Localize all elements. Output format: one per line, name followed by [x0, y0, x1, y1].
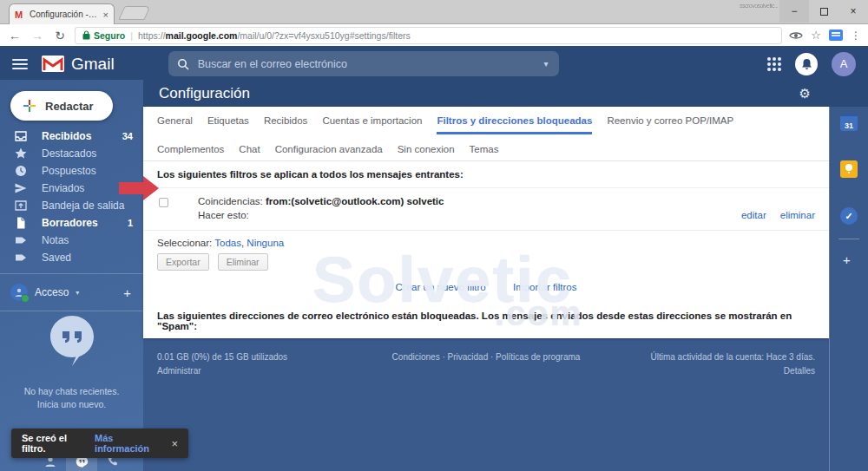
tab-complementos[interactable]: Complementos [157, 144, 224, 160]
toolbar-right: ☆ ⋮ [789, 29, 861, 42]
browser-toolbar: ← → ↻ Seguro | https://mail.google.com/m… [0, 24, 868, 48]
sidebar-item-borradores[interactable]: Borradores1 [0, 214, 143, 232]
compose-label: Redactar [45, 100, 94, 113]
chat-empty-text: No hay chats recientes. Inicia uno nuevo… [0, 385, 143, 411]
gmail-envelope-icon [42, 56, 64, 72]
delete-button[interactable]: Eliminar [218, 253, 268, 271]
sidebar: Redactar Recibidos34 Destacados Pospuest… [0, 80, 143, 471]
toast-more-info-link[interactable]: Más información [95, 433, 161, 454]
select-none-link[interactable]: Ninguna [247, 238, 284, 248]
account-chevron-icon: ▾ [76, 289, 79, 297]
sidebar-item-recibidos[interactable]: Recibidos34 [0, 128, 143, 145]
tab-filtros[interactable]: Filtros y direcciones bloqueadas [437, 115, 592, 134]
reload-icon[interactable]: ↻ [52, 29, 68, 43]
filter-checkbox[interactable] [159, 198, 168, 207]
filter-row: Coincidencias: from:(solvetic@outlook.co… [143, 188, 829, 231]
toast-close-icon[interactable]: × [171, 437, 178, 450]
search-icon [177, 58, 189, 70]
eye-icon[interactable] [789, 31, 803, 40]
tab-temas[interactable]: Temas [470, 144, 499, 160]
apps-grid-icon[interactable] [767, 57, 781, 71]
select-all-link[interactable]: Todas [214, 238, 241, 248]
close-button[interactable]: × [838, 0, 868, 23]
import-filters-link[interactable]: Importar filtros [513, 282, 577, 292]
screen: M Configuración - accesos × sscrovosolve… [0, 0, 868, 471]
toast-message: Se creó el filtro. [22, 433, 84, 454]
sidebar-item-destacados[interactable]: Destacados [0, 145, 143, 162]
hamburger-menu-icon[interactable] [12, 59, 28, 69]
addons-divider [838, 239, 859, 239]
tasks-icon[interactable]: ✓ [840, 207, 858, 225]
minimize-button[interactable]: − [779, 0, 809, 23]
sidebar-item-notas[interactable]: Notas [0, 232, 143, 249]
blocked-heading: Las siguientes direcciones de correo ele… [143, 303, 829, 338]
url-text: https://mail.google.com/mail/u/0/?zx=vf4… [138, 30, 411, 41]
filter-create-row: Crear un nuevo filtro Importar filtros [143, 278, 829, 303]
reading-list-icon[interactable] [829, 29, 843, 41]
label-icon [14, 251, 28, 265]
browser-tab[interactable]: M Configuración - accesos × [9, 3, 115, 24]
settings-gear-icon[interactable]: ⚙ [799, 86, 811, 101]
tab-etiquetas[interactable]: Etiquetas [207, 115, 249, 134]
filter-created-toast: Se creó el filtro. Más información × [11, 428, 188, 458]
tab-title: Configuración - accesos [30, 10, 99, 19]
maximize-icon [820, 8, 828, 16]
tab-reenvio[interactable]: Reenvio y correo POP/IMAP [607, 115, 733, 134]
secure-badge[interactable]: Seguro [82, 30, 125, 41]
tab-sin-conexion[interactable]: Sin conexion [398, 144, 455, 160]
padlock-icon [82, 30, 90, 40]
star-icon [14, 147, 28, 160]
new-tab-button[interactable] [118, 6, 150, 20]
sidebar-divider [0, 273, 143, 274]
browser-tabstrip: M Configuración - accesos × sscrovosolve… [0, 0, 868, 24]
account-presence-avatar [10, 284, 28, 301]
tab-close-icon[interactable]: × [103, 10, 108, 20]
search-box[interactable]: Buscar en el correo electrónico ▾ [168, 51, 559, 76]
calendar-icon[interactable]: 31 [840, 114, 858, 131]
browser-menu-icon[interactable]: ⋮ [851, 29, 861, 42]
tab-recibidos[interactable]: Recibidos [264, 115, 308, 134]
account-name: Acceso [35, 286, 69, 298]
tab-chat[interactable]: Chat [239, 144, 260, 160]
account-avatar[interactable]: A [832, 52, 856, 76]
get-addons-button[interactable]: + [843, 252, 851, 267]
maximize-button[interactable] [809, 0, 838, 23]
export-button[interactable]: Exportar [157, 253, 209, 271]
gmail-favicon: M [15, 10, 25, 20]
search-options-chevron-icon[interactable]: ▾ [544, 59, 550, 69]
notifications-bell-icon[interactable] [795, 53, 818, 75]
draft-icon [14, 216, 28, 230]
outbox-icon [14, 199, 28, 213]
address-bar[interactable]: Seguro | https://mail.google.com/mail/u/… [75, 27, 782, 44]
last-activity-text: Última actividad de la cuenta: Hace 3 dí… [650, 350, 815, 364]
gmail-logo[interactable]: Gmail [42, 55, 115, 74]
back-icon[interactable]: ← [7, 29, 23, 43]
tab-general[interactable]: General [157, 115, 193, 134]
keep-icon[interactable] [840, 160, 858, 178]
compose-button[interactable]: Redactar [10, 91, 113, 121]
settings-panel: General Etiquetas Recibidos Cuentas e im… [143, 107, 829, 338]
tab-avanzada[interactable]: Configuracion avanzada [275, 144, 383, 160]
clock-icon [14, 164, 28, 178]
sidebar-divider [0, 311, 143, 311]
filters-heading: Los siguientes filtros se aplican a todo… [143, 161, 829, 188]
filter-select-row: Seleccionar: Todas, Ninguna [143, 231, 829, 252]
addons-sidebar: 31 ✓ + [829, 107, 868, 471]
sidebar-item-saved[interactable]: Saved [0, 249, 143, 266]
delete-filter-link[interactable]: eliminar [780, 210, 815, 220]
activity-details-link[interactable]: Detalles [650, 364, 815, 378]
header-right: A [767, 52, 856, 76]
edit-filter-link[interactable]: editar [741, 210, 766, 220]
add-chat-button[interactable]: + [123, 285, 131, 300]
forward-icon: → [30, 29, 45, 43]
manage-storage-link[interactable]: Administrar [157, 364, 287, 378]
create-filter-link[interactable]: Crear un nuevo filtro [396, 282, 486, 292]
settings-titlebar: Configuración ⚙ [143, 80, 868, 107]
gmail-logo-text: Gmail [71, 55, 115, 74]
hangouts-empty-state: No hay chats recientes. Inicia uno nuevo… [0, 314, 143, 411]
tab-cuentas[interactable]: Cuentas e importacion [322, 115, 422, 134]
bookmark-star-icon[interactable]: ☆ [811, 29, 821, 42]
send-icon [14, 181, 28, 195]
inbox-icon [14, 129, 28, 143]
account-row[interactable]: Acceso ▾ + [0, 281, 143, 304]
